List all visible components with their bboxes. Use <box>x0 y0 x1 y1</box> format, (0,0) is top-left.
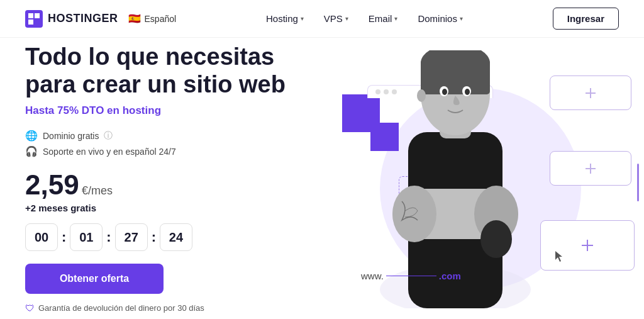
navbar: HOSTINGER 🇪🇸 Español Hosting ▾ VPS ▾ Ema… <box>0 0 644 38</box>
svg-point-12 <box>392 186 436 242</box>
feature-support: 🎧 Soporte en vivo y en español 24/7 <box>25 145 314 157</box>
countdown-seconds: 27 <box>115 223 148 251</box>
nav-hosting[interactable]: Hosting ▾ <box>258 8 311 29</box>
countdown-sep-3: : <box>152 229 156 245</box>
countdown-sep-2: : <box>106 229 111 245</box>
cursor-icon <box>555 251 565 262</box>
info-icon[interactable]: ⓘ <box>104 130 113 142</box>
headset-icon: 🎧 <box>25 145 38 157</box>
login-button[interactable]: Ingresar <box>553 8 619 30</box>
url-bar: www. .com <box>361 271 461 281</box>
chevron-down-icon: ▾ <box>345 15 348 22</box>
feature-support-text: Soporte en vivo y en español 24/7 <box>43 147 176 157</box>
nav-dominios[interactable]: Dominios ▾ <box>410 8 470 29</box>
nav-vps-label: VPS <box>324 13 343 24</box>
person-illustration <box>374 50 537 308</box>
chevron-down-icon: ▾ <box>394 15 397 22</box>
hero-title: Todo lo que necesitas para crear un siti… <box>25 43 314 98</box>
hero-illustration: www. .com <box>292 38 644 319</box>
ui-mockup-box-mid <box>550 151 631 186</box>
price-block: 2,59 €/mes <box>25 171 314 199</box>
countdown-centiseconds: 24 <box>160 223 192 251</box>
language-selector[interactable]: 🇪🇸 Español <box>128 13 177 25</box>
chevron-down-icon: ▾ <box>301 15 304 22</box>
svg-point-22 <box>417 89 426 102</box>
nav-dominios-label: Dominios <box>418 13 457 24</box>
svg-point-20 <box>442 89 447 95</box>
hero-content: Todo lo que necesitas para crear un siti… <box>25 43 314 313</box>
shield-icon: 🛡 <box>25 303 35 313</box>
features-list: 🌐 Dominio gratis ⓘ 🎧 Soporte en vivo y e… <box>25 130 314 157</box>
price-suffix: €/mes <box>82 184 113 197</box>
url-line <box>386 276 436 277</box>
nav-vps[interactable]: VPS ▾ <box>316 8 356 29</box>
feature-domain-text: Dominio gratis <box>43 131 99 141</box>
countdown-minutes: 01 <box>70 223 103 251</box>
get-offer-button[interactable]: Obtener oferta <box>25 264 164 294</box>
nav-left: HOSTINGER 🇪🇸 Español <box>25 10 176 28</box>
price-value: 2,59 <box>25 169 79 200</box>
hero-subtitle: Hasta 75% DTO en hosting <box>25 104 314 117</box>
plus-icon <box>584 162 597 175</box>
logo[interactable]: HOSTINGER <box>25 10 118 28</box>
svg-rect-1 <box>35 13 40 18</box>
countdown-sep-1: : <box>62 229 66 245</box>
countdown-timer: 00 : 01 : 27 : 24 <box>25 223 314 251</box>
svg-rect-0 <box>28 13 33 18</box>
free-months: +2 meses gratis <box>25 203 314 213</box>
url-www: www. <box>361 271 384 281</box>
ui-mockup-box-top <box>550 76 631 110</box>
logo-icon <box>25 10 43 28</box>
hero-section: Todo lo que necesitas para crear un siti… <box>0 38 644 319</box>
ui-mockup-box-large <box>540 220 635 271</box>
feature-domain: 🌐 Dominio gratis ⓘ <box>25 130 314 142</box>
plus-icon <box>584 87 597 99</box>
nav-links: Hosting ▾ VPS ▾ Email ▾ Dominios ▾ <box>258 8 470 29</box>
svg-point-23 <box>480 220 512 258</box>
nav-right: Ingresar <box>553 8 619 30</box>
url-com: .com <box>439 271 461 281</box>
nav-email[interactable]: Email ▾ <box>361 8 406 29</box>
globe-icon: 🌐 <box>25 130 38 142</box>
vertical-accent-line <box>637 164 639 201</box>
chevron-down-icon: ▾ <box>460 15 463 22</box>
plus-icon <box>580 238 594 252</box>
language-label: Español <box>145 14 177 24</box>
guarantee-text: 🛡 Garantía de devolución del dinero por … <box>25 303 314 313</box>
svg-point-21 <box>465 89 470 95</box>
nav-email-label: Email <box>369 13 392 24</box>
logo-text: HOSTINGER <box>48 12 118 25</box>
svg-rect-17 <box>421 60 490 94</box>
flag-icon: 🇪🇸 <box>128 13 141 25</box>
countdown-hours: 00 <box>25 223 58 251</box>
svg-rect-2 <box>28 20 33 25</box>
nav-hosting-label: Hosting <box>266 13 298 24</box>
